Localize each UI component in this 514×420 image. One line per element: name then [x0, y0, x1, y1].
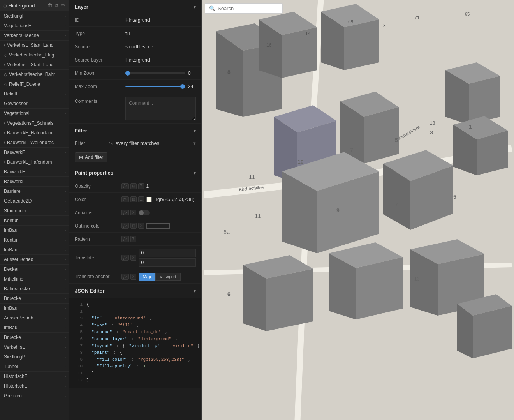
outline-color-row: Outline color ƒ× ⊟ Σ — [69, 219, 201, 233]
pattern-fx-icon[interactable]: ƒ× — [121, 236, 129, 242]
color-sigma-icon[interactable]: Σ — [138, 196, 144, 202]
sidebar-label: SiedlungF — [4, 13, 25, 19]
sidebar-label: Gewaesser — [4, 101, 28, 106]
sidebar-item-vegetationsf-schneis[interactable]: /VegetationsF_Schneis — [0, 118, 69, 128]
sidebar-item-vegetationsl[interactable]: VegetationsL › — [0, 109, 69, 118]
translate-anchor-viewport-btn[interactable]: Viewport — [155, 273, 181, 281]
svg-text:7: 7 — [395, 201, 398, 208]
sidebar-item-grenzen[interactable]: Grenzen › — [0, 391, 69, 401]
sidebar-active-item[interactable]: ◇ Hintergrund 🗑 ⧉ 👁 — [0, 0, 69, 11]
sidebar-eye-icon[interactable]: 👁 — [61, 2, 66, 9]
paint-section-header[interactable]: Paint properties ▾ — [69, 166, 201, 180]
sidebar-copy-icon[interactable]: ⧉ — [55, 2, 58, 9]
svg-text:3: 3 — [430, 129, 433, 136]
sidebar-item-bauwerkl-wellenbrec[interactable]: /BauwerkL_Wellenbrec — [0, 138, 69, 148]
sidebar-item-staumauer[interactable]: Staumauer › — [0, 206, 69, 216]
sidebar-item-verkehrsl[interactable]: VerkehrsL › — [0, 342, 69, 352]
sidebar-item-siedlungp[interactable]: SiedlungP › — [0, 352, 69, 362]
sidebar-item-bauwerkf-hafendam[interactable]: /BauwerkF_Hafendam — [0, 128, 69, 138]
sidebar-item-bruecke2[interactable]: Bruecke › — [0, 333, 69, 342]
antialias-toggle[interactable] — [139, 210, 150, 215]
sidebar-item-kontur2[interactable]: Kontur › — [0, 235, 69, 245]
antialias-fx-icon[interactable]: ƒ× — [121, 210, 129, 215]
sidebar-item-bauwerkl-hafendam[interactable]: /BauwerkL_Hafendam — [0, 157, 69, 167]
sidebar-item-verkehrsl2[interactable]: /VerkehrsL_Start_Land — [0, 60, 69, 70]
sidebar-item-bauwerkf2[interactable]: BauwerkF › — [0, 167, 69, 177]
sidebar-item-kontur1[interactable]: Kontur › — [0, 216, 69, 226]
sidebar-item-verkehrsl1[interactable]: /VerkehrsL_Start_Land — [0, 41, 69, 50]
max-zoom-slider[interactable] — [125, 86, 185, 87]
sidebar-item-bauwerkl[interactable]: BauwerkL › — [0, 177, 69, 187]
filter-section-header[interactable]: Filter ▾ — [69, 124, 201, 138]
outline-fx-icon[interactable]: ƒ× — [121, 223, 129, 229]
sidebar-item-siedlungf[interactable]: SiedlungF › — [0, 11, 69, 21]
sidebar-item-verkehrsflaeche[interactable]: VerkehrsFlaeche › — [0, 31, 69, 41]
sidebar-item-barriere[interactable]: Barriere › — [0, 187, 69, 196]
outline-dd-icon[interactable]: ⊟ — [130, 223, 137, 229]
color-dd-icon[interactable]: ⊟ — [130, 196, 137, 202]
sidebar-label: Kontur — [4, 218, 18, 223]
translate-x-input[interactable] — [139, 249, 196, 257]
sidebar-item-gebaeude2d[interactable]: Gebaeude2D › — [0, 196, 69, 206]
antialias-sigma-icon[interactable]: Σ — [130, 210, 136, 215]
layer-section-header[interactable]: Layer ▾ — [69, 0, 201, 14]
add-filter-plus-icon: ⊞ — [79, 155, 83, 160]
json-editor-body[interactable]: 1{ 2 3 "id": "Hintergrund", 4 "type": "f… — [69, 298, 201, 388]
paint-section-body: Opacity ƒ× ⊟ Σ 1 Color ƒ× ⊟ Σ rgb(255 — [69, 180, 201, 284]
translate-anchor-map-btn[interactable]: Map — [139, 273, 155, 281]
search-input[interactable] — [218, 5, 278, 11]
sidebar-item-historischf[interactable]: HistorischF › — [0, 372, 69, 381]
color-fx-icon[interactable]: ƒ× — [121, 196, 129, 202]
min-zoom-slider[interactable] — [125, 72, 185, 74]
opacity-sigma-icon[interactable]: Σ — [138, 183, 144, 189]
translate-sigma-icon[interactable]: Σ — [130, 255, 136, 261]
opacity-dd-icon[interactable]: ⊟ — [130, 183, 137, 189]
sidebar-item-vegetationsf[interactable]: VegetationsF › — [0, 21, 69, 31]
translate-anchor-sigma-icon[interactable]: Σ — [130, 274, 136, 280]
expand-icon: › — [65, 277, 66, 281]
outline-sigma-icon[interactable]: Σ — [138, 223, 144, 229]
sidebar-item-mittellinie[interactable]: Mittellinie › — [0, 274, 69, 284]
sidebar-item-imbau2[interactable]: ImBau › — [0, 245, 69, 255]
sidebar-item-decker[interactable]: Decker › — [0, 265, 69, 274]
svg-text:8: 8 — [227, 69, 231, 75]
sidebar-delete-icon[interactable]: 🗑 — [48, 2, 53, 9]
filter-dropdown[interactable]: every filter matches ▾ — [116, 140, 196, 146]
color-swatch[interactable] — [146, 197, 152, 202]
sidebar-item-imbau1[interactable]: ImBau › — [0, 226, 69, 235]
sidebar-item-bruecke1[interactable]: Bruecke › — [0, 294, 69, 304]
json-line-6: 6 "source-layer": "Hintergrund", — [75, 336, 196, 343]
sidebar-item-historischl[interactable]: HistorischL › — [0, 381, 69, 391]
sidebar-item-verkehrsflaeche-bahr[interactable]: ◇Verkehrsflaeche_Bahr — [0, 70, 69, 79]
sidebar-label: Barriere — [4, 189, 21, 194]
sidebar-item-ausserbetrieb2[interactable]: AusserBetrieb › — [0, 313, 69, 323]
diamond-icon: ◇ — [4, 72, 7, 77]
sidebar-label: AusserBetrieb — [4, 315, 33, 321]
sidebar-item-reliefl[interactable]: ReliefL › — [0, 89, 69, 99]
translate-y-input[interactable] — [139, 258, 196, 267]
sidebar-item-gewaesser[interactable]: Gewaesser › — [0, 99, 69, 109]
sidebar-label: Kontur — [4, 237, 18, 243]
outline-color-swatch[interactable] — [146, 223, 170, 229]
sidebar-label: VerkehrsL_Start_Land — [7, 42, 53, 48]
sidebar-item-bahnstrecke[interactable]: Bahnstrecke › — [0, 284, 69, 294]
sidebar-item-bauwerkf1[interactable]: BauwerkF › — [0, 148, 69, 157]
sidebar-item-imbau4[interactable]: ImBau › — [0, 323, 69, 333]
translate-fx-icon[interactable]: ƒ× — [121, 255, 129, 261]
sidebar-item-imbau3[interactable]: ImBau › — [0, 304, 69, 313]
pattern-sigma-icon[interactable]: Σ — [130, 236, 136, 242]
json-editor-header[interactable]: JSON Editor ▾ — [69, 284, 201, 298]
sidebar-item-tunnel[interactable]: Tunnel › — [0, 362, 69, 372]
sidebar-item-ausserbetrieb1[interactable]: AusserBetrieb › — [0, 255, 69, 265]
expand-icon: › — [65, 219, 66, 223]
translate-anchor-fx-icon[interactable]: ƒ× — [121, 274, 129, 280]
opacity-fx-icon[interactable]: ƒ× — [121, 183, 129, 189]
sidebar-label: Verkehrsflaeche_Flug — [9, 52, 54, 58]
expand-icon: › — [65, 34, 66, 38]
add-filter-button[interactable]: ⊞ Add filter — [75, 152, 107, 162]
sidebar-item-verkehrsflaeche-flug[interactable]: ◇Verkehrsflaeche_Flug — [0, 50, 69, 60]
max-zoom-slider-container: 24 — [125, 84, 196, 89]
svg-text:65: 65 — [465, 12, 470, 16]
sidebar-item-reliefd[interactable]: ◇ReliefF_Duene — [0, 79, 69, 89]
comments-textarea[interactable] — [125, 97, 196, 120]
